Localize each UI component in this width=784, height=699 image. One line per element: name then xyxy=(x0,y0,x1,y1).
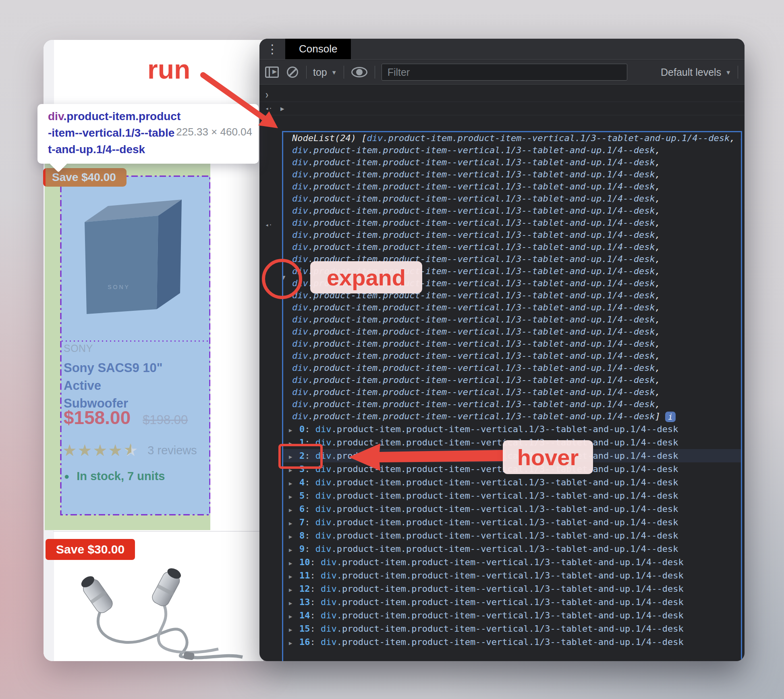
console-messages: ❯ document.querySelector('.product-item'… xyxy=(259,85,745,661)
console-array-item-12[interactable]: ▶12: div.product-item.product-item--vert… xyxy=(283,582,741,595)
console-toolbar: top ▼ Default levels ▼ xyxy=(259,60,745,85)
product-title[interactable]: Sony SACS9 10" Active Subwoofer xyxy=(64,359,201,412)
expander-icon[interactable]: ▶ xyxy=(289,424,299,436)
console-array-item-8[interactable]: ▶8: div.product-item.product-item--verti… xyxy=(283,529,741,542)
console-array-item-6[interactable]: ▶6: div.product-item.product-item--verti… xyxy=(283,502,741,516)
console-array-item-5[interactable]: ▶5: div.product-item.product-item--verti… xyxy=(283,489,741,502)
console-command-1[interactable]: ❯ document.querySelector('.product-item'… xyxy=(259,89,745,102)
expander-icon[interactable]: ▶ xyxy=(289,570,299,582)
selector-tag: div xyxy=(48,110,63,123)
filter-input[interactable] xyxy=(382,64,627,81)
inspect-tooltip: div.product-item.product -item--vertical… xyxy=(37,104,259,164)
browser-window: SONY Save $40.00 SONY Sony SACS9 10" Act… xyxy=(44,40,263,661)
console-array-item-0[interactable]: ▶0: div.product-item.product-item--verti… xyxy=(283,422,741,436)
expander-icon[interactable]: ▶ xyxy=(289,477,299,489)
inspect-selector: div.product-item.product -item--vertical… xyxy=(48,108,180,158)
nodelist-preview-line: div.product-item.product-item--vertical.… xyxy=(283,205,741,217)
prompt-icon: ❯ xyxy=(265,115,281,129)
console-array-item-10[interactable]: ▶10: div.product-item.product-item--vert… xyxy=(283,555,741,569)
nodelist-preview-line: div.product-item.product-item--vertical.… xyxy=(283,241,741,253)
info-icon[interactable]: i xyxy=(665,412,676,422)
annotation-hover-label: hover xyxy=(503,440,593,474)
result-arrow-icon: ◂· xyxy=(265,102,281,115)
console-array-item-7[interactable]: ▶7: div.product-item.product-item--verti… xyxy=(283,516,741,529)
console-array-item-11[interactable]: ▶11: div.product-item.product-item--vert… xyxy=(283,569,741,582)
console-array-item-14[interactable]: ▶14: div.product-item.product-item--vert… xyxy=(283,609,741,622)
expander-icon[interactable]: ▶ xyxy=(289,490,299,502)
nodelist-preview-line: div.product-item.product-item--vertical.… xyxy=(283,229,741,241)
expander-icon[interactable]: ▶ xyxy=(289,437,299,449)
product-old-price: $198.00 xyxy=(143,413,188,427)
console-command-2[interactable]: ❯ document.querySelectorAll('.product-it… xyxy=(259,115,745,129)
product-card-highlighted[interactable]: SONY Save $40.00 SONY Sony SACS9 10" Act… xyxy=(45,160,210,530)
product-brand: SONY xyxy=(64,343,93,354)
tab-console[interactable]: Console xyxy=(285,39,351,59)
console-array-item-16[interactable]: ▶16: div.product-item.product-item--vert… xyxy=(283,635,741,649)
live-expression-icon[interactable] xyxy=(351,67,367,77)
chevron-down-icon: ▼ xyxy=(331,69,337,76)
annotation-expand-label: expand xyxy=(310,261,422,293)
nodelist-preview-line: div.product-item.product-item--vertical.… xyxy=(283,386,741,398)
kebab-menu-icon[interactable]: ⋮ xyxy=(259,39,285,59)
chevron-down-icon: ▼ xyxy=(725,69,731,76)
desktop-background: SONY Save $40.00 SONY Sony SACS9 10" Act… xyxy=(0,0,784,699)
console-result-1[interactable]: ◂· ▶ <div class="product-item product-it… xyxy=(259,102,745,115)
console-array-item-9[interactable]: ▶9: div.product-item.product-item--verti… xyxy=(283,542,741,555)
stock-status: In stock, 7 units xyxy=(77,470,165,483)
expander-icon[interactable]: ▶ xyxy=(289,583,299,595)
nodelist-preview-line: NodeList(24) [div.product-item.product-i… xyxy=(283,132,741,144)
expander-icon[interactable]: ▶ xyxy=(289,503,299,516)
inspect-dimensions: 225.33 × 460.04 xyxy=(176,126,252,138)
discount-badge-label: Save $40.00 xyxy=(52,171,116,184)
speaker-logo-text: SONY xyxy=(108,284,130,290)
log-levels-selector[interactable]: Default levels ▼ xyxy=(661,67,731,78)
nodelist-preview-line: div.product-item.product-item--vertical.… xyxy=(283,350,741,362)
nodelist-preview-line: div.product-item.product-item--vertical.… xyxy=(283,302,741,314)
nodelist-preview-line: div.product-item.product-item--vertical.… xyxy=(283,314,741,326)
prompt-icon: ❯ xyxy=(265,89,281,102)
subwoofer-product-image: SONY xyxy=(79,181,191,326)
expander-icon[interactable]: ▶ xyxy=(289,623,299,635)
console-array-item-4[interactable]: ▶4: div.product-item.product-item--verti… xyxy=(283,476,741,489)
nodelist-preview-line: div.product-item.product-item--vertical.… xyxy=(283,398,741,410)
context-selector[interactable]: top ▼ xyxy=(313,67,337,78)
expander-icon[interactable]: ▶ xyxy=(289,543,299,555)
nodelist-preview-line: div.product-item.product-item--vertical.… xyxy=(283,338,741,350)
nodelist-preview-line: div.product-item.product-item--vertical.… xyxy=(283,193,741,205)
earbuds-product-image xyxy=(60,562,246,661)
nodelist-preview-line: div.product-item.product-item--vertical.… xyxy=(283,410,741,422)
clear-console-icon[interactable] xyxy=(287,67,298,78)
nodelist-preview-line: div.product-item.product-item--vertical.… xyxy=(283,374,741,386)
nodelist-result-block[interactable]: ▼ NodeList(24) [div.product-item.product… xyxy=(282,131,742,661)
expander-icon[interactable]: ▶ xyxy=(289,597,299,609)
annotation-run-label: run xyxy=(147,54,190,85)
nodelist-preview-line: div.product-item.product-item--vertical.… xyxy=(283,156,741,169)
row-divider xyxy=(53,531,263,532)
expander-icon[interactable]: ▶ xyxy=(289,517,299,529)
devtools-tabbar: ⋮ Console xyxy=(259,39,745,60)
expander-icon[interactable]: ▶ xyxy=(289,637,299,649)
nodelist-preview-line: div.product-item.product-item--vertical.… xyxy=(283,217,741,229)
expander-icon[interactable]: ▶ xyxy=(289,530,299,542)
console-array-item-13[interactable]: ▶13: div.product-item.product-item--vert… xyxy=(283,595,741,609)
expander-icon[interactable]: ▶ xyxy=(289,450,299,462)
nodelist-preview-line: div.product-item.product-item--vertical.… xyxy=(283,144,741,156)
console-array-item-15[interactable]: ▶15: div.product-item.product-item--vert… xyxy=(283,622,741,635)
expander-icon[interactable]: ▶ xyxy=(280,102,284,115)
expander-icon[interactable]: ▶ xyxy=(289,557,299,569)
review-count[interactable]: 3 reviews xyxy=(147,444,197,457)
discount-badge-2-label: Save $30.00 xyxy=(56,543,124,556)
result-arrow-icon: ◂· xyxy=(265,219,281,231)
dock-side-icon[interactable] xyxy=(265,67,279,78)
nodelist-preview-line: div.product-item.product-item--vertical.… xyxy=(283,169,741,181)
product-price: $158.00 xyxy=(64,407,131,429)
expander-icon[interactable]: ▶ xyxy=(289,610,299,622)
expander-open-icon[interactable]: ▼ xyxy=(282,273,285,281)
expander-icon[interactable]: ▶ xyxy=(289,464,299,476)
nodelist-preview-line: div.product-item.product-item--vertical.… xyxy=(283,326,741,338)
discount-badge: Save $40.00 xyxy=(43,168,127,187)
nodelist-preview-line: div.product-item.product-item--vertical.… xyxy=(283,181,741,193)
discount-badge-2: Save $30.00 xyxy=(46,539,135,560)
stock-dot-icon: ● xyxy=(64,471,69,482)
devtools-console: ⋮ Console top ▼ Default levels ▼ xyxy=(259,39,745,661)
